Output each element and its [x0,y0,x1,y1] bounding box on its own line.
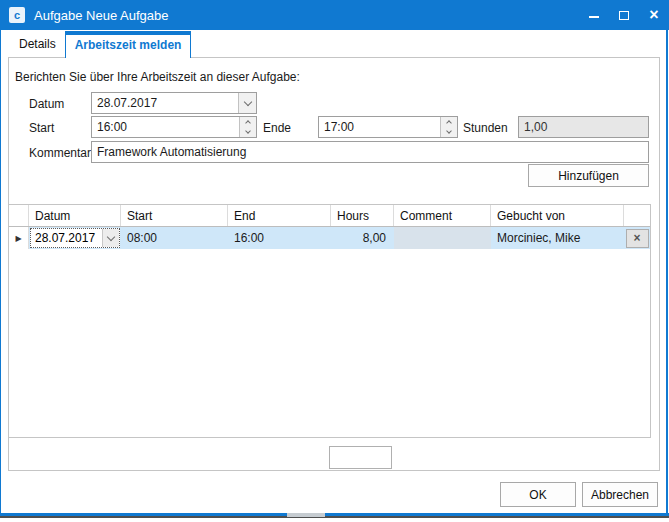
app-icon: c [9,7,25,23]
title-bar: c Aufgabe Neue Aufgabe × [0,0,669,30]
datum-dropdown-button[interactable] [238,93,256,113]
worktime-grid: Datum Start End Hours Comment Gebucht vo… [9,204,651,438]
datum-combobox[interactable] [91,92,257,114]
grid-header-end[interactable]: End [228,205,331,226]
row-start-cell: 08:00 [121,227,228,249]
footer-empty-box [329,446,392,469]
maximize-button[interactable] [609,0,639,30]
abbrechen-button[interactable]: Abbrechen [582,482,658,507]
chevron-down-icon [245,128,251,134]
chevron-down-icon [243,97,251,105]
close-button[interactable]: × [639,0,669,30]
stunden-value [519,117,648,137]
row-actions-cell: × [624,227,650,249]
grid-header-comment[interactable]: Comment [394,205,491,226]
maximize-icon [619,11,629,20]
chevron-up-icon [245,120,251,126]
start-spin-down-button[interactable] [240,127,256,137]
delete-x-icon: × [633,232,640,244]
start-input[interactable] [92,117,239,137]
window-controls: × [579,0,669,30]
ende-spin-up-button[interactable] [441,117,457,127]
ende-input[interactable] [319,117,440,137]
window-border-left [0,30,1,513]
tab-arbeitszeit-melden[interactable]: Arbeitszeit melden [65,31,192,58]
grid-header-gebucht-von[interactable]: Gebucht von [491,205,624,226]
kommentar-input[interactable] [92,142,648,162]
table-row[interactable]: ▶ 08:00 16:00 8,00 Morciniec, Mike [9,227,650,249]
window-edge-shadow [0,516,669,518]
ende-spinedit[interactable] [318,116,458,138]
close-icon: × [649,7,658,23]
instruction-label: Berichten Sie über Ihre Arbeitszeit an d… [15,70,300,84]
row-comment-cell [394,227,491,249]
dialog-window: c Aufgabe Neue Aufgabe × Details Arbeits… [0,0,669,522]
hinzufuegen-button[interactable]: Hinzufügen [528,164,649,187]
window-title: Aufgabe Neue Aufgabe [34,8,168,23]
ok-button[interactable]: OK [500,482,576,507]
minimize-icon [589,16,599,18]
kommentar-field[interactable] [91,141,649,163]
datum-input[interactable] [92,93,238,113]
window-border-right [666,30,668,513]
ende-label: Ende [263,121,291,135]
stunden-label: Stunden [463,121,508,135]
ende-spin-down-button[interactable] [441,127,457,137]
row-indicator-icon: ▶ [15,234,21,243]
row-hours-cell: 8,00 [331,227,394,249]
grid-header-datum[interactable]: Datum [29,205,121,226]
grid-header-row: Datum Start End Hours Comment Gebucht vo… [9,205,650,227]
chevron-down-icon [107,232,115,240]
grid-header-actions [624,205,650,226]
grid-header-hours[interactable]: Hours [331,205,394,226]
chevron-down-icon [446,128,452,134]
row-indicator-cell: ▶ [9,227,29,249]
row-datum-input[interactable] [31,229,102,247]
grid-indicator-header [9,205,29,226]
ende-spinner [440,117,457,137]
row-datum-dropdown-button[interactable] [102,229,119,247]
chevron-up-icon [446,120,452,126]
grid-header-start[interactable]: Start [121,205,228,226]
tab-strip: Details Arbeitszeit melden [0,30,669,57]
start-spinner [239,117,256,137]
minimize-button[interactable] [579,0,609,30]
kommentar-label: Kommentar [29,146,91,160]
row-delete-button[interactable]: × [626,229,649,248]
tab-details[interactable]: Details [10,32,65,57]
bottom-grip-fragment [287,513,325,517]
row-datum-combobox[interactable] [30,228,120,248]
stunden-field [518,116,649,138]
start-spin-up-button[interactable] [240,117,256,127]
datum-label: Datum [29,97,64,111]
row-end-cell: 16:00 [228,227,331,249]
row-datum-cell [29,227,121,249]
row-gebucht-von-cell: Morciniec, Mike [491,227,624,249]
start-spinedit[interactable] [91,116,257,138]
start-label: Start [29,121,54,135]
tab-page-panel: Berichten Sie über Ihre Arbeitszeit an d… [8,57,660,471]
